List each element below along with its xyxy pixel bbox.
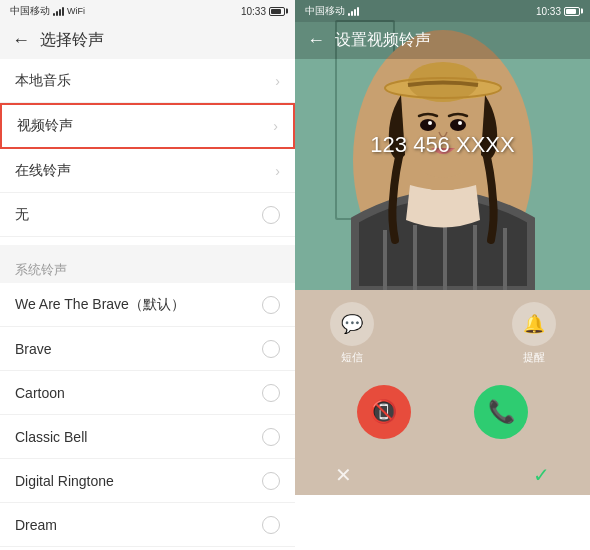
we-are-brave-label: We Are The Brave（默认） (15, 296, 185, 314)
remind-icon: 🔔 (523, 313, 545, 335)
left-status-right: 10:33 (241, 6, 285, 17)
digital-ringtone-radio[interactable] (262, 472, 280, 490)
dream-radio[interactable] (262, 516, 280, 534)
sms-label: 短信 (341, 350, 363, 365)
digital-ringtone-item[interactable]: Digital Ringtone (0, 459, 295, 503)
signal-icon (53, 6, 64, 16)
arrow-icon-video: › (273, 118, 278, 134)
back-button[interactable]: ← (12, 30, 30, 51)
system-header: 系统铃声 (0, 253, 295, 283)
call-icons-row: 💬 短信 🔔 提醒 (295, 302, 590, 365)
left-status-bar: 中国移动 WiFi 10:33 (0, 0, 295, 22)
right-battery-icon (564, 7, 580, 16)
arrow-icon-local: › (275, 73, 280, 89)
local-music-item[interactable]: 本地音乐 › (0, 59, 295, 103)
system-section: 系统铃声 We Are The Brave（默认） Brave Cartoon … (0, 253, 295, 550)
none-label: 无 (15, 206, 29, 224)
top-section: 本地音乐 › 视频铃声 › 在线铃声 › 无 (0, 59, 295, 237)
bottom-bar: ✕ ✓ (295, 455, 590, 495)
dream-item[interactable]: Dream (0, 503, 295, 547)
classic-bell-item[interactable]: Classic Bell (0, 415, 295, 459)
video-ringtone-label: 视频铃声 (17, 117, 73, 135)
remind-label: 提醒 (523, 350, 545, 365)
carrier-text: 中国移动 (10, 4, 50, 18)
remind-action[interactable]: 🔔 提醒 (512, 302, 556, 365)
right-back-button[interactable]: ← (307, 30, 325, 51)
online-ringtone-label: 在线铃声 (15, 162, 71, 180)
confirm-icon[interactable]: ✓ (533, 463, 550, 487)
battery-icon (269, 7, 285, 16)
left-time: 10:33 (241, 6, 266, 17)
we-are-brave-radio[interactable] (262, 296, 280, 314)
brave-radio[interactable] (262, 340, 280, 358)
local-music-label: 本地音乐 (15, 72, 71, 90)
wifi-icon: WiFi (67, 6, 85, 16)
right-signal-icon (348, 6, 359, 16)
call-buttons-row: 📵 📞 (295, 377, 590, 447)
online-ringtone-item[interactable]: 在线铃声 › (0, 149, 295, 193)
left-nav-bar: ← 选择铃声 (0, 22, 295, 59)
right-status-right: 10:33 (536, 6, 580, 17)
decline-icon: 📵 (370, 399, 397, 425)
right-status-left: 中国移动 (305, 4, 359, 18)
right-nav-bar: ← 设置视频铃声 (295, 22, 590, 59)
sms-icon: 💬 (341, 313, 363, 335)
video-ringtone-item[interactable]: 视频铃声 › (0, 103, 295, 149)
classic-bell-label: Classic Bell (15, 429, 87, 445)
right-panel: 中国移动 10:33 ← 设置视频铃声 (295, 0, 590, 550)
arrow-icon-online: › (275, 163, 280, 179)
caller-number: 123 456 XXXX (370, 132, 514, 158)
section-divider (0, 245, 295, 253)
brave-item[interactable]: Brave (0, 327, 295, 371)
decline-button[interactable]: 📵 (357, 385, 411, 439)
remind-icon-circle: 🔔 (512, 302, 556, 346)
cartoon-radio[interactable] (262, 384, 280, 402)
call-actions-area: 💬 短信 🔔 提醒 📵 📞 (295, 290, 590, 455)
svg-point-15 (450, 119, 466, 131)
cartoon-label: Cartoon (15, 385, 65, 401)
svg-point-16 (428, 121, 432, 125)
sms-action[interactable]: 💬 短信 (330, 302, 374, 365)
left-status-left: 中国移动 WiFi (10, 4, 85, 18)
menu-list: 本地音乐 › 视频铃声 › 在线铃声 › 无 系统铃声 We Are The B… (0, 59, 295, 550)
digital-ringtone-label: Digital Ringtone (15, 473, 114, 489)
right-nav-title: 设置视频铃声 (335, 30, 431, 51)
svg-point-14 (420, 119, 436, 131)
left-nav-title: 选择铃声 (40, 30, 104, 51)
right-status-bar: 中国移动 10:33 (295, 0, 590, 22)
brave-label: Brave (15, 341, 52, 357)
right-carrier: 中国移动 (305, 4, 345, 18)
accept-button[interactable]: 📞 (474, 385, 528, 439)
left-panel: 中国移动 WiFi 10:33 ← 选择铃声 本地音乐 › (0, 0, 295, 550)
cancel-icon[interactable]: ✕ (335, 463, 352, 487)
we-are-brave-item[interactable]: We Are The Brave（默认） (0, 283, 295, 327)
dream-label: Dream (15, 517, 57, 533)
cartoon-item[interactable]: Cartoon (0, 371, 295, 415)
classic-bell-radio[interactable] (262, 428, 280, 446)
none-item[interactable]: 无 (0, 193, 295, 237)
none-radio[interactable] (262, 206, 280, 224)
accept-icon: 📞 (488, 399, 515, 425)
svg-point-17 (458, 121, 462, 125)
sms-icon-circle: 💬 (330, 302, 374, 346)
right-time: 10:33 (536, 6, 561, 17)
